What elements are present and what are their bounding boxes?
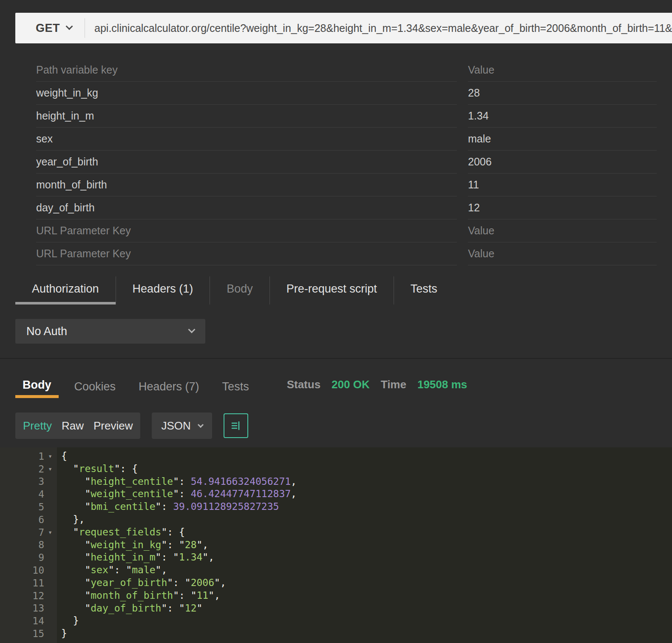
response-tab-headers-7[interactable]: Headers (7) [131, 371, 207, 398]
json-key: bmi_centile [91, 501, 155, 512]
view-mode-preview[interactable]: Preview [94, 419, 133, 432]
request-tab-authorization[interactable]: Authorization [15, 276, 116, 304]
gutter-line: 2▾ [0, 463, 57, 475]
json-string: male [132, 564, 155, 575]
response-body-viewer[interactable]: 1▾2▾34567▾89101112131415 { "result": { "… [0, 447, 672, 643]
param-value-cell[interactable]: Value [468, 242, 657, 265]
code-line: "height_in_m": "1.34", [61, 551, 672, 564]
fold-toggle-icon[interactable]: ▾ [44, 452, 56, 460]
param-key-cell[interactable]: URL Parameter Key [36, 242, 457, 265]
param-value-cell[interactable]: 12 [468, 196, 657, 219]
json-punctuation: } [61, 628, 67, 639]
code-line: "year_of_birth": "2006", [61, 577, 672, 589]
param-key-header[interactable]: Path variable key [36, 59, 457, 82]
url-input[interactable]: api.clinicalcalculator.org/centile?weigh… [85, 22, 672, 34]
param-key-cell[interactable]: height_in_m [36, 105, 457, 128]
json-punctuation: " [197, 603, 203, 614]
gutter-line: 13 [0, 602, 57, 615]
line-number: 13 [32, 603, 44, 614]
json-key: height_in_m [91, 552, 155, 563]
param-key-cell[interactable]: day_of_birth [36, 196, 457, 219]
json-punctuation: ", [156, 564, 167, 575]
line-number: 1 [38, 451, 44, 462]
request-tab-tests[interactable]: Tests [394, 276, 454, 304]
json-key: sex [91, 564, 108, 575]
json-punctuation: ": " [161, 603, 184, 614]
code-line: "bmi_centile": 39.091128925827235 [61, 501, 672, 513]
line-number: 14 [32, 615, 44, 626]
response-view-controls: PrettyRawPreview JSON [15, 413, 672, 439]
params-table: Path variable key Value weight_in_kg28he… [36, 59, 657, 265]
json-punctuation: ": " [167, 577, 190, 588]
param-value-cell[interactable]: 11 [468, 174, 657, 196]
param-value-header[interactable]: Value [468, 59, 657, 82]
api-client-window: GET api.clinicalcalculator.org/centile?w… [0, 0, 672, 643]
auth-type-select[interactable]: No Auth [15, 319, 205, 344]
json-punctuation: " [61, 488, 91, 499]
json-punctuation: " [61, 577, 91, 588]
response-tab-tests[interactable]: Tests [215, 371, 256, 398]
chevron-down-icon [198, 421, 204, 427]
request-tab-body: Body [210, 276, 269, 304]
json-number: 54.94166324056271 [191, 476, 291, 487]
json-punctuation: ", [208, 590, 220, 601]
response-meta: Status 200 OK Time 19508 ms [287, 378, 467, 391]
view-mode-raw[interactable]: Raw [62, 419, 84, 432]
json-key: weight_centile [91, 488, 173, 499]
method-label: GET [36, 22, 60, 35]
param-value-cell[interactable]: 28 [468, 82, 657, 105]
format-select[interactable]: JSON [152, 413, 212, 439]
gutter-line: 4 [0, 488, 57, 501]
json-punctuation: ": " [108, 564, 132, 575]
json-punctuation: " [61, 501, 91, 512]
request-tab-pre-request-script[interactable]: Pre-request script [269, 276, 394, 304]
code-line: "day_of_birth": "12" [61, 602, 672, 615]
code-line: "weight_centile": 46.42447747112837, [61, 488, 672, 501]
line-number: 4 [38, 489, 44, 500]
json-punctuation: ": { [114, 463, 138, 474]
json-key: request_fields [79, 526, 162, 538]
gutter-line: 3 [0, 475, 57, 488]
param-key-cell[interactable]: weight_in_kg [36, 82, 457, 105]
json-number: 39.091128925827235 [173, 501, 279, 512]
url-bar: GET api.clinicalcalculator.org/centile?w… [15, 13, 672, 43]
json-punctuation: " [61, 463, 79, 474]
gutter-line: 6 [0, 513, 57, 526]
gutter-line: 9 [0, 551, 57, 564]
json-punctuation: " [61, 539, 91, 550]
code-line: } [61, 615, 672, 627]
param-key-cell[interactable]: sex [36, 128, 457, 151]
fold-toggle-icon[interactable]: ▾ [44, 465, 56, 473]
param-key-cell[interactable]: month_of_birth [36, 174, 457, 196]
param-value-cell[interactable]: Value [468, 219, 657, 242]
method-selector[interactable]: GET [15, 22, 85, 35]
request-tabs: AuthorizationHeaders (1)BodyPre-request … [15, 276, 657, 304]
json-string: 2006 [191, 577, 214, 588]
json-punctuation: " [61, 476, 91, 487]
view-mode-pretty[interactable]: Pretty [23, 419, 52, 432]
line-number: 10 [32, 565, 44, 576]
response-tab-cookies[interactable]: Cookies [67, 371, 123, 398]
response-tabs: BodyCookiesHeaders (7)Tests [15, 371, 265, 398]
line-number: 7 [38, 527, 44, 538]
line-number: 3 [38, 476, 44, 487]
json-key: month_of_birth [91, 590, 173, 601]
request-tab-headers-1[interactable]: Headers (1) [116, 276, 210, 304]
fold-toggle-icon[interactable]: ▾ [44, 528, 56, 536]
chevron-down-icon [66, 23, 73, 30]
line-number: 6 [38, 514, 44, 525]
json-punctuation: ": [156, 501, 173, 512]
param-value-cell[interactable]: 2006 [468, 151, 657, 174]
view-mode-group: PrettyRawPreview [15, 413, 140, 439]
param-key-cell[interactable]: year_of_birth [36, 151, 457, 174]
code-line: }, [61, 513, 672, 526]
json-punctuation: ": { [161, 526, 184, 538]
wrap-text-button[interactable] [224, 413, 248, 438]
param-key-cell[interactable]: URL Parameter Key [36, 219, 457, 242]
param-value-cell[interactable]: 1.34 [468, 105, 657, 128]
gutter-line: 1▾ [0, 450, 57, 463]
response-tab-body[interactable]: Body [15, 371, 59, 398]
param-value-cell[interactable]: male [468, 128, 657, 151]
code-line: "height_centile": 54.94166324056271, [61, 475, 672, 488]
json-key: height_centile [91, 476, 173, 487]
